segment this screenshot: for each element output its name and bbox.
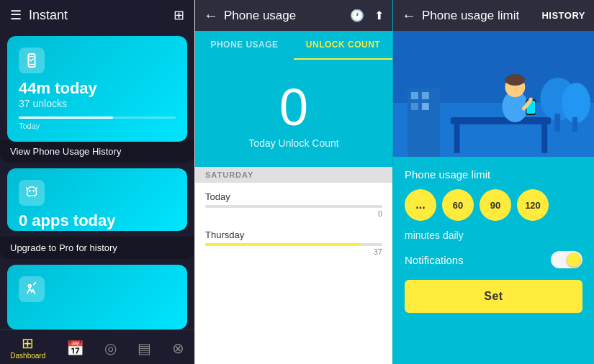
toggle-thumb bbox=[567, 252, 581, 267]
app-title: Instant bbox=[29, 8, 68, 23]
dashboard-icon: ⊞ bbox=[22, 336, 34, 350]
nav-stats[interactable]: ◎ bbox=[97, 340, 124, 357]
svg-rect-14 bbox=[422, 103, 429, 110]
view-history-button[interactable]: View Phone Usage History bbox=[0, 140, 194, 163]
notifications-row: Notifications bbox=[405, 251, 582, 268]
svg-rect-15 bbox=[451, 117, 552, 124]
history-icon: ▤ bbox=[138, 341, 151, 355]
minutes-more-button[interactable]: ... bbox=[405, 189, 436, 221]
svg-rect-17 bbox=[541, 124, 547, 153]
extra-card bbox=[7, 265, 187, 329]
day-row-today: Today 0 bbox=[205, 191, 382, 218]
phone-icon-svg bbox=[24, 53, 40, 68]
usage-tabs: PHONE USAGE UNLOCK COUNT bbox=[195, 31, 392, 60]
clock-icon[interactable]: 🕐 bbox=[350, 9, 364, 22]
day-bars: Today 0 Thursday 37 bbox=[195, 183, 392, 364]
limit-title: Phone usage limit bbox=[422, 9, 536, 23]
svg-point-20 bbox=[505, 74, 525, 86]
limit-illustration bbox=[393, 31, 594, 157]
svg-rect-11 bbox=[411, 92, 418, 99]
activity-icon-svg bbox=[24, 281, 40, 297]
phone-usage-stat: 44m today bbox=[19, 79, 176, 98]
day-bar-track-today bbox=[205, 205, 382, 208]
limit-content: Phone usage limit ... 60 90 120 minutes … bbox=[393, 157, 594, 364]
panel-dashboard: ☰ Instant ⊞ 44m today 37 unlocks Today V… bbox=[0, 0, 194, 364]
day-bar-track-thursday bbox=[205, 243, 382, 246]
today-label: Today bbox=[19, 122, 176, 130]
limit-section-title: Phone usage limit bbox=[405, 168, 582, 181]
history-button[interactable]: HISTORY bbox=[541, 10, 585, 21]
upgrade-button[interactable]: Upgrade to Pro for history bbox=[0, 237, 194, 259]
share-icon[interactable]: ⬆ bbox=[374, 9, 384, 22]
svg-point-2 bbox=[32, 190, 35, 192]
set-button[interactable]: Set bbox=[405, 280, 582, 313]
notifications-toggle[interactable] bbox=[551, 251, 582, 268]
day-label-thursday: Thursday bbox=[205, 229, 382, 240]
notifications-label: Notifications bbox=[405, 254, 464, 266]
android-icon bbox=[19, 180, 45, 206]
svg-rect-8 bbox=[554, 114, 560, 132]
phone-icon bbox=[19, 47, 45, 73]
day-section-label: SATURDAY bbox=[195, 167, 392, 183]
minutes-120-button[interactable]: 120 bbox=[517, 189, 549, 221]
panel-phone-limit: ← Phone usage limit HISTORY bbox=[392, 0, 594, 364]
svg-rect-9 bbox=[572, 117, 577, 132]
day-bar-value-today: 0 bbox=[205, 209, 382, 218]
panel-phone-usage: ← Phone usage 🕐 ⬆ PHONE USAGE UNLOCK COU… bbox=[194, 0, 392, 364]
settings-icon[interactable]: ⊞ bbox=[174, 7, 184, 23]
usage-hero: 0 Today Unlock Count bbox=[195, 60, 392, 167]
minutes-90-button[interactable]: 90 bbox=[480, 189, 511, 221]
phone-usage-unlocks: 37 unlocks bbox=[19, 98, 176, 109]
progress-bar-fill bbox=[19, 117, 113, 119]
back-icon[interactable]: ← bbox=[204, 7, 218, 24]
unlock-count-number: 0 bbox=[279, 81, 308, 133]
minute-buttons: ... 60 90 120 bbox=[405, 189, 582, 221]
usage-header: ← Phone usage 🕐 ⬆ bbox=[195, 0, 392, 31]
svg-point-3 bbox=[28, 284, 31, 287]
stats-icon: ◎ bbox=[104, 341, 117, 355]
android-icon-svg bbox=[24, 185, 40, 201]
minutes-60-button[interactable]: 60 bbox=[442, 189, 474, 221]
nav-dashboard-label: Dashboard bbox=[10, 352, 45, 360]
phone-usage-card: 44m today 37 unlocks Today bbox=[7, 36, 187, 142]
day-label-today: Today bbox=[205, 191, 382, 202]
apps-icon: ⊗ bbox=[172, 341, 184, 355]
day-row-thursday: Thursday 37 bbox=[205, 229, 382, 256]
calendar-icon: 📅 bbox=[66, 341, 84, 355]
apps-stat: 0 apps today bbox=[19, 211, 176, 230]
day-bar-fill-thursday bbox=[205, 243, 361, 246]
svg-rect-16 bbox=[454, 124, 460, 153]
limit-back-icon[interactable]: ← bbox=[402, 7, 416, 24]
svg-rect-12 bbox=[422, 92, 429, 99]
bottom-nav: ⊞ Dashboard 📅 ◎ ▤ ⊗ bbox=[0, 329, 194, 364]
apps-card: 0 apps today bbox=[7, 168, 187, 230]
illustration-svg bbox=[393, 31, 594, 157]
nav-history[interactable]: ▤ bbox=[130, 340, 158, 357]
usage-title: Phone usage bbox=[224, 9, 344, 23]
minutes-daily-label: minutes daily bbox=[405, 229, 582, 241]
nav-calendar[interactable]: 📅 bbox=[59, 340, 91, 357]
progress-bar-container bbox=[19, 117, 176, 119]
unlock-count-label: Today Unlock Count bbox=[248, 137, 338, 149]
nav-apps[interactable]: ⊗ bbox=[165, 340, 192, 357]
svg-point-1 bbox=[29, 190, 31, 192]
limit-header: ← Phone usage limit HISTORY bbox=[393, 0, 594, 31]
dashboard-header: ☰ Instant ⊞ bbox=[0, 0, 194, 30]
svg-rect-13 bbox=[411, 103, 418, 110]
tab-phone-usage[interactable]: PHONE USAGE bbox=[195, 31, 294, 60]
tab-unlock-count[interactable]: UNLOCK COUNT bbox=[294, 31, 392, 60]
svg-point-7 bbox=[562, 83, 590, 123]
activity-icon bbox=[19, 276, 45, 302]
day-bar-value-thursday: 37 bbox=[205, 247, 382, 256]
nav-dashboard[interactable]: ⊞ Dashboard bbox=[3, 335, 53, 361]
hamburger-icon[interactable]: ☰ bbox=[10, 7, 22, 23]
